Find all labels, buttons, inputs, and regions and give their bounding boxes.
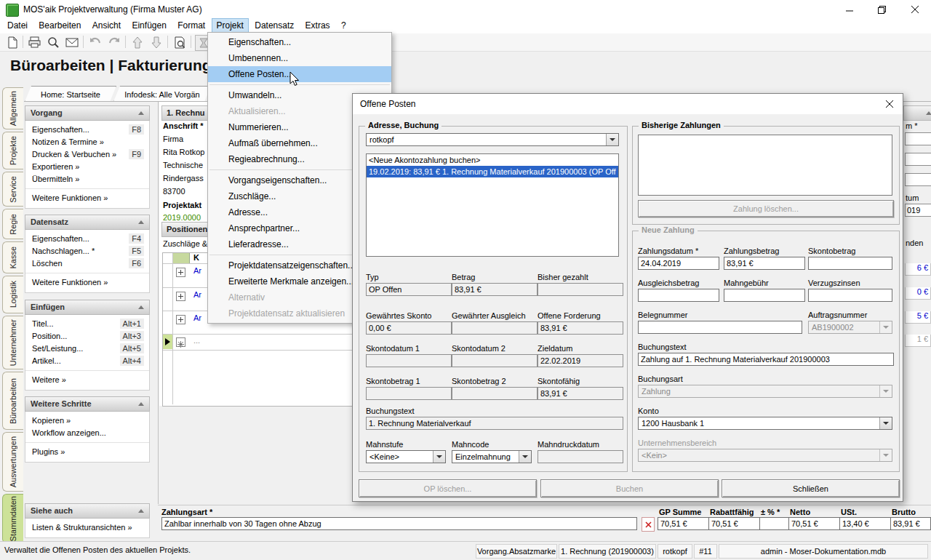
divider (25, 370, 149, 371)
buchungstext-neue-input[interactable] (638, 353, 894, 366)
group-neue-zahlung-label: Neue Zahlung (639, 225, 698, 234)
dropdown-button[interactable] (433, 451, 445, 463)
tab-infodesk[interactable]: Infodesk: Alle Vorgän (113, 86, 211, 102)
sidebar-tab-bueroarbeiten[interactable]: Büroarbeiten (2, 372, 23, 430)
table-row-artikel[interactable]: Ar (193, 266, 201, 275)
table-row-artikel[interactable]: Ar (193, 313, 201, 322)
mahngebuehr-input[interactable] (724, 289, 805, 302)
link-position[interactable]: Position...Alt+3 (25, 330, 149, 343)
menu-item-eigenschaften[interactable]: Eigenschaften... (208, 34, 391, 50)
close-button[interactable] (898, 0, 931, 19)
zahlungen-listbox[interactable] (638, 135, 892, 196)
address-line[interactable]: Firma (163, 135, 183, 143)
print-icon[interactable] (26, 35, 42, 49)
ausgleichsbetrag-input[interactable] (638, 289, 719, 302)
auftragsnummer-combobox: AB1900002 (808, 321, 892, 334)
link-notizen-termine[interactable]: Notizen & Termine » (25, 136, 149, 148)
address-line[interactable]: Rita Rotkop (163, 148, 204, 156)
dropdown-button[interactable] (606, 134, 618, 145)
link-kopieren[interactable]: Kopieren » (25, 415, 149, 427)
expand-icon[interactable] (176, 292, 185, 301)
link-drucken-verbuchen[interactable]: Drucken & Verbuchen »F9 (25, 148, 149, 161)
email-icon[interactable] (64, 35, 80, 49)
list-item-neue-akontozahlung[interactable]: <Neue Akontozahlung buchen> (367, 154, 618, 166)
menu-hilfe[interactable]: ? (337, 19, 351, 32)
verzugszinsen-input[interactable] (808, 289, 892, 302)
status-segment-database: admin - Moser-Dokumentation.mdb (719, 544, 928, 559)
link-nachschlagen[interactable]: Nachschlagen... *F5 (25, 245, 149, 257)
address-line[interactable]: 83700 (163, 187, 185, 196)
expand-icon[interactable] (176, 268, 185, 277)
schliessen-button[interactable]: Schließen (722, 479, 900, 497)
sidebar-tab-logistik[interactable]: Logistik (2, 276, 23, 313)
typ-label: Typ (366, 273, 379, 281)
sidebar-tab-stammdaten[interactable]: Stammdaten (2, 494, 23, 543)
link-uebermitteln[interactable]: Übermitteln » (25, 173, 149, 185)
menubar: Datei Bearbeiten Ansicht Einfügen Format… (0, 19, 931, 33)
restore-button[interactable] (866, 0, 898, 19)
zuschlaege-link[interactable]: Zuschläge & (163, 239, 207, 248)
address-line[interactable]: Technische (163, 161, 203, 169)
belegnummer-input[interactable] (638, 321, 802, 334)
mahnstufe-combobox[interactable]: <Keine> (366, 450, 446, 463)
sidebar-tab-unternehmer[interactable]: Unternehmer (2, 316, 23, 369)
new-document-icon[interactable] (4, 35, 20, 49)
skontobetrag-input[interactable] (808, 257, 892, 270)
sidebar-tab-regie[interactable]: Regie (2, 209, 23, 239)
address-line[interactable]: Rindergass (163, 174, 204, 183)
link-workflow-anzeigen[interactable]: Workflow anzeigen... (25, 427, 149, 439)
link-weitere-funktionen-datensatz[interactable]: Weitere Funktionen » (25, 276, 149, 289)
menu-item-offene-posten[interactable]: Offene Posten... (208, 66, 391, 82)
restore-icon (877, 5, 887, 15)
menu-projekt[interactable]: Projekt (212, 19, 248, 32)
tab-home-startseite[interactable]: Home: Startseite (25, 86, 116, 102)
betrag-label: Betrag (452, 273, 475, 281)
link-exportieren[interactable]: Exportieren » (25, 161, 149, 173)
dialog-close-button[interactable] (878, 94, 901, 114)
bisher-gezahlt-label: Bisher gezahlt (538, 273, 588, 281)
sidebar-tab-allgemein[interactable]: Allgemein (2, 87, 23, 129)
sidebar-tab-kasse[interactable]: Kasse (2, 241, 23, 273)
mahncode-combobox[interactable]: Einzelmahnung (452, 450, 532, 463)
link-eigenschaften-datensatz[interactable]: Eigenschaften...F4 (25, 233, 149, 245)
link-artikel[interactable]: Artikel...Alt+4 (25, 355, 149, 367)
menu-einfuegen[interactable]: Einfügen (127, 19, 170, 32)
dropdown-button[interactable] (879, 417, 892, 429)
link-listen-strukturansichten[interactable]: Listen & Strukturansichten » (25, 521, 149, 534)
sidebar-tab-projekte[interactable]: Projekte (2, 132, 23, 169)
total-value-netto: 70,51 € (788, 517, 841, 530)
mahncode-label: Mahncode (452, 440, 489, 449)
expand-icon[interactable] (176, 315, 185, 324)
link-weitere-einfuegen[interactable]: Weitere » (25, 374, 149, 386)
zahlungsdatum-input[interactable] (638, 257, 719, 270)
link-eigenschaften-vorgang[interactable]: Eigenschaften...F8 (25, 124, 149, 136)
print-preview-icon[interactable] (45, 35, 61, 49)
delete-row-button[interactable] (642, 517, 655, 532)
page-preview-icon[interactable] (172, 35, 188, 49)
new-row-icon[interactable] (176, 337, 185, 347)
sidebar-tab-auswertungen[interactable]: Auswertungen (2, 432, 23, 492)
menu-extras[interactable]: Extras (301, 19, 335, 32)
menu-datensatz[interactable]: Datensatz (250, 19, 298, 32)
konto-combobox[interactable]: 1200 Hausbank 1 (638, 417, 892, 430)
link-loeschen[interactable]: LöschenF6 (25, 257, 149, 270)
minimize-button[interactable] (833, 0, 866, 19)
new-row-text[interactable]: ... (193, 336, 200, 345)
link-set-leistung[interactable]: Set/Leistung...Alt+5 (25, 343, 149, 355)
menu-datei[interactable]: Datei (3, 19, 32, 32)
menu-ansicht[interactable]: Ansicht (88, 19, 125, 32)
menu-format[interactable]: Format (173, 19, 209, 32)
zahlungsbetrag-input[interactable] (724, 257, 805, 270)
link-plugins[interactable]: Plugins » (25, 446, 149, 458)
menu-item-umbenennen[interactable]: Umbenennen... (208, 50, 391, 66)
menu-bearbeiten[interactable]: Bearbeiten (34, 19, 85, 32)
link-weitere-funktionen-vorgang[interactable]: Weitere Funktionen » (25, 192, 149, 204)
sidebar-tab-service[interactable]: Service (2, 172, 23, 207)
link-titel[interactable]: Titel...Alt+1 (25, 318, 149, 330)
list-item-offener-posten[interactable]: 19.02.2019: 83,91 € 1. Rechnung Material… (367, 166, 618, 177)
skontobetrag1-label: Skontobetrag 1 (366, 377, 420, 385)
table-row-artikel[interactable]: Ar (193, 290, 201, 299)
adresse-combobox[interactable]: rotkopf (366, 133, 619, 146)
dropdown-button[interactable] (519, 451, 531, 463)
zahlungsart-input[interactable] (161, 517, 637, 530)
